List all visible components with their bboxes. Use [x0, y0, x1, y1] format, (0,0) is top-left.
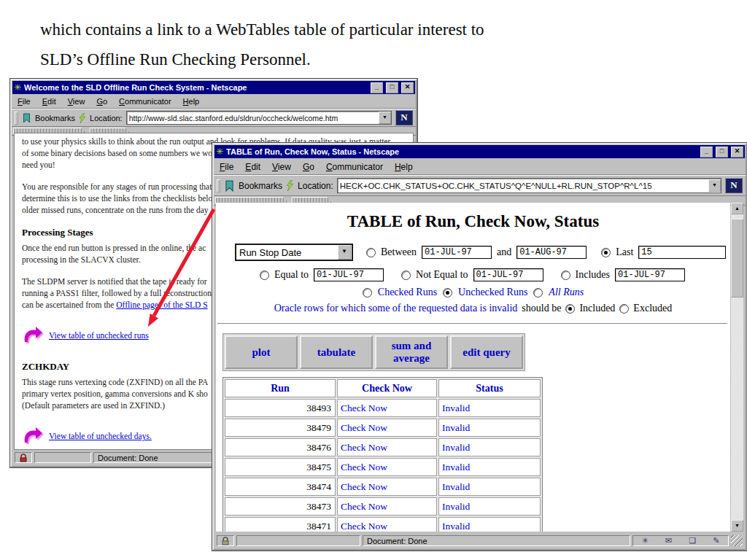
- front-url-text[interactable]: HECK+OC.CHK_STATUS+OC.CHK_STATUS^Q^E^NUL…: [338, 182, 708, 190]
- unchecked-runs-radio[interactable]: [443, 288, 452, 298]
- maximize-button[interactable]: □: [716, 147, 728, 158]
- menu-item-edit[interactable]: Edit: [245, 162, 260, 172]
- checked-runs-radio[interactable]: [363, 288, 372, 298]
- front-url-field[interactable]: HECK+OC.CHK_STATUS+OC.CHK_STATUS^Q^E^NUL…: [337, 178, 721, 193]
- url-dropdown-button[interactable]: ▼: [708, 179, 721, 192]
- not-equal-input[interactable]: [473, 268, 543, 281]
- url-dropdown-button[interactable]: ▼: [379, 112, 391, 124]
- view-table-link[interactable]: View table of unchecked days.: [49, 430, 152, 442]
- back-menu-bar: FileEditViewGoCommunicatorHelp: [12, 95, 416, 109]
- bookmarks-button[interactable]: Bookmarks: [35, 114, 75, 122]
- back-url-field[interactable]: http://www-sld.slac.stanford.edu/sldrun/…: [126, 111, 392, 125]
- security-lock-icon[interactable]: [15, 452, 32, 463]
- edit-query-button[interactable]: edit query: [450, 335, 523, 369]
- table-row: 38473Check NowInvalid: [225, 497, 541, 516]
- composer-icon[interactable]: ✎: [713, 536, 719, 545]
- page-title: TABLE of Run, Check Now, Status: [216, 212, 730, 231]
- navigator-icon[interactable]: ✳: [642, 536, 649, 545]
- all-runs-radio[interactable]: [533, 288, 543, 298]
- mailbox-icon[interactable]: ✉: [665, 536, 672, 545]
- excluded-radio[interactable]: [619, 304, 629, 314]
- magenta-arrow-icon: [22, 326, 44, 345]
- menu-item-file[interactable]: File: [18, 97, 31, 106]
- not-equal-label: Not Equal to: [416, 269, 468, 281]
- front-status-text: Document: Done: [363, 535, 630, 546]
- field-select[interactable]: Run Stop Date ▼: [235, 244, 353, 261]
- check-now-link[interactable]: Check Now: [337, 497, 437, 516]
- between-radio[interactable]: [366, 248, 376, 257]
- netscape-logo[interactable]: N: [725, 178, 743, 193]
- minimize-button[interactable]: _: [700, 147, 713, 158]
- check-now-link[interactable]: Check Now: [337, 478, 437, 496]
- scroll-down-arrow-icon[interactable]: ▼: [731, 520, 743, 532]
- close-button[interactable]: ✕: [401, 82, 414, 93]
- scroll-up-arrow-icon[interactable]: ▲: [731, 203, 743, 214]
- front-title-bar[interactable]: ✳ TABLE of Run, Check Now, Status - Nets…: [214, 145, 745, 158]
- menu-item-view[interactable]: View: [272, 162, 291, 172]
- table-row: 38475Check NowInvalid: [225, 458, 541, 476]
- doc-link[interactable]: Offline pages of the SLD S: [116, 300, 207, 309]
- toolbar-grip[interactable]: [217, 179, 220, 192]
- menu-item-help[interactable]: Help: [183, 97, 200, 106]
- front-document-area: TABLE of Run, Check Now, Status Run Stop…: [216, 203, 730, 532]
- check-now-link[interactable]: Check Now: [337, 438, 437, 456]
- equal-radio[interactable]: [260, 271, 269, 280]
- menu-item-view[interactable]: View: [68, 97, 85, 106]
- bookmarks-button[interactable]: Bookmarks: [239, 181, 282, 191]
- discussions-icon[interactable]: ❏: [689, 536, 696, 545]
- back-title-bar[interactable]: ✳ Welcome to the SLD Offline Run Check S…: [12, 81, 415, 94]
- minimize-button[interactable]: _: [371, 82, 383, 93]
- status-cell: Invalid: [438, 438, 541, 456]
- plot-button[interactable]: plot: [225, 335, 298, 369]
- menu-item-help[interactable]: Help: [395, 162, 413, 172]
- last-label: Last: [616, 246, 633, 258]
- table-row: 38479Check NowInvalid: [225, 419, 541, 437]
- caption-line-1: which contains a link to a WebTables tab…: [40, 15, 484, 44]
- table-row: 38476Check NowInvalid: [225, 438, 541, 456]
- location-lightning-icon: [79, 113, 86, 123]
- component-bar: ✳✉❏✎: [632, 535, 729, 546]
- menu-item-communicator[interactable]: Communicator: [326, 162, 383, 172]
- menu-item-go[interactable]: Go: [96, 97, 107, 106]
- equal-input[interactable]: [314, 268, 384, 281]
- bookmarks-icon[interactable]: [22, 113, 31, 123]
- last-radio[interactable]: [601, 248, 611, 257]
- menu-item-go[interactable]: Go: [303, 162, 314, 172]
- last-input[interactable]: [638, 246, 726, 259]
- includes-input[interactable]: [615, 268, 685, 281]
- front-browser-window[interactable]: ✳ TABLE of Run, Check Now, Status - Nets…: [212, 143, 747, 551]
- menu-item-edit[interactable]: Edit: [42, 97, 56, 106]
- maximize-button[interactable]: □: [386, 82, 398, 93]
- view-table-link[interactable]: View table of unchecked runs: [49, 330, 149, 341]
- back-url-text[interactable]: http://www-sld.slac.stanford.edu/sldrun/…: [127, 114, 379, 122]
- progress-segment: [236, 535, 360, 546]
- not-equal-radio[interactable]: [401, 271, 411, 280]
- close-button[interactable]: ✕: [731, 147, 743, 158]
- scrollbar-thumb[interactable]: [731, 219, 743, 298]
- between-from-input[interactable]: [422, 246, 492, 259]
- location-label: Location:: [298, 181, 333, 191]
- check-now-link[interactable]: Check Now: [337, 517, 437, 532]
- menu-item-communicator[interactable]: Communicator: [119, 97, 171, 106]
- vertical-scrollbar[interactable]: ▲ ▼: [731, 203, 743, 532]
- run-number-cell: 38474: [225, 478, 336, 496]
- menu-item-file[interactable]: File: [220, 162, 233, 172]
- netscape-logo[interactable]: N: [395, 110, 413, 125]
- bookmarks-icon[interactable]: [224, 180, 235, 192]
- netscape-app-icon: ✳: [14, 83, 21, 92]
- included-radio[interactable]: [565, 304, 575, 314]
- sum-and-average-button[interactable]: sum and average: [375, 335, 448, 369]
- between-to-input[interactable]: [516, 246, 587, 259]
- chevron-down-icon[interactable]: ▼: [338, 245, 351, 260]
- status-cell: Invalid: [438, 419, 541, 437]
- resize-grip[interactable]: [731, 535, 743, 546]
- tabulate-button[interactable]: tabulate: [300, 335, 373, 369]
- includes-label: Includes: [576, 269, 610, 281]
- check-now-link[interactable]: Check Now: [337, 419, 437, 437]
- includes-radio[interactable]: [561, 271, 570, 280]
- check-now-link[interactable]: Check Now: [337, 399, 437, 417]
- and-label: and: [497, 246, 511, 258]
- check-now-link[interactable]: Check Now: [337, 458, 437, 476]
- toolbar-grip[interactable]: [15, 112, 18, 125]
- security-lock-icon[interactable]: [217, 535, 234, 546]
